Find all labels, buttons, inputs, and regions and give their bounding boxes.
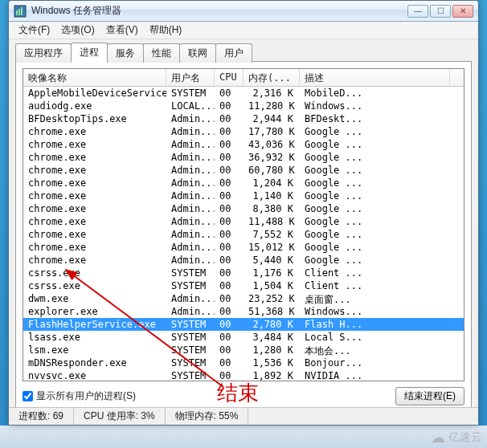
- process-memory: 1,536 K: [244, 356, 300, 369]
- col-description[interactable]: 描述: [300, 69, 450, 86]
- table-row[interactable]: nvvsvc.exeSYSTEM001,892 KNVIDIA ...: [23, 369, 464, 381]
- window-title: Windows 任务管理器: [31, 4, 407, 18]
- col-cpu[interactable]: CPU: [215, 69, 244, 86]
- process-memory: 36,932 K: [244, 151, 300, 164]
- process-name: lsm.exe: [23, 344, 166, 356]
- process-memory: 60,780 K: [244, 164, 300, 177]
- process-description: Google ...: [300, 138, 464, 151]
- process-user: Admin...: [166, 138, 215, 151]
- table-row[interactable]: chrome.exeAdmin...001,204 KGoogle ...: [23, 177, 464, 189]
- show-all-users-checkbox[interactable]: 显示所有用户的进程(S): [23, 389, 136, 403]
- process-user: Admin...: [166, 112, 215, 125]
- table-row[interactable]: dwm.exeAdmin...0023,252 K桌面窗...: [23, 292, 464, 305]
- process-name: chrome.exe: [23, 202, 166, 215]
- show-all-users-label: 显示所有用户的进程(S): [36, 389, 136, 403]
- table-row[interactable]: AppleMobileDeviceService.exeSYSTEM002,31…: [23, 87, 464, 100]
- process-description: 桌面窗...: [300, 292, 464, 305]
- table-row[interactable]: chrome.exeAdmin...0043,036 KGoogle ...: [23, 138, 464, 151]
- menu-file[interactable]: 文件(F): [14, 22, 55, 39]
- process-name: BFDesktopTips.exe: [23, 112, 166, 125]
- process-description: Google ...: [300, 202, 464, 215]
- process-memory: 1,204 K: [244, 177, 300, 189]
- table-row[interactable]: lsass.exeSYSTEM003,484 KLocal S...: [23, 331, 464, 344]
- process-description: Client ...: [300, 279, 464, 292]
- process-description: Google ...: [300, 164, 464, 177]
- process-cpu: 00: [215, 100, 244, 112]
- table-row[interactable]: csrss.exeSYSTEM001,176 KClient ...: [23, 267, 464, 279]
- table-row[interactable]: chrome.exeAdmin...001,140 KGoogle ...: [23, 189, 464, 202]
- table-row[interactable]: BFDesktopTips.exeAdmin...002,944 KBFDesk…: [23, 112, 464, 125]
- col-memory[interactable]: 内存(...: [244, 69, 300, 86]
- process-user: Admin...: [166, 177, 215, 189]
- show-all-users-input[interactable]: [23, 391, 33, 401]
- process-memory: 1,140 K: [244, 189, 300, 202]
- process-memory: 43,036 K: [244, 138, 300, 151]
- process-user: SYSTEM: [166, 318, 215, 331]
- task-manager-window: Windows 任务管理器 — ☐ ✕ 文件(F) 选项(O) 查看(V) 帮助…: [8, 0, 479, 426]
- process-name: audiodg.exe: [23, 100, 166, 112]
- tab-networking[interactable]: 联网: [179, 43, 216, 63]
- table-row[interactable]: csrss.exeSYSTEM001,504 KClient ...: [23, 279, 464, 292]
- process-cpu: 00: [215, 164, 244, 177]
- process-name: chrome.exe: [23, 254, 166, 267]
- table-row[interactable]: chrome.exeAdmin...005,440 KGoogle ...: [23, 254, 464, 267]
- table-row[interactable]: mDNSResponder.exeSYSTEM001,536 KBonjour.…: [23, 356, 464, 369]
- tab-applications[interactable]: 应用程序: [15, 43, 72, 63]
- maximize-button[interactable]: ☐: [430, 5, 451, 18]
- tab-performance[interactable]: 性能: [143, 43, 180, 63]
- process-cpu: 00: [215, 331, 244, 344]
- process-cpu: 00: [215, 202, 244, 215]
- process-memory: 23,252 K: [244, 292, 300, 305]
- table-row[interactable]: audiodg.exeLOCAL...0011,280 KWindows...: [23, 100, 464, 112]
- process-name: chrome.exe: [23, 138, 166, 151]
- process-description: Google ...: [300, 151, 464, 164]
- tab-processes[interactable]: 进程: [71, 43, 108, 62]
- process-user: SYSTEM: [166, 369, 215, 381]
- process-memory: 1,504 K: [244, 279, 300, 292]
- table-row[interactable]: chrome.exeAdmin...008,380 KGoogle ...: [23, 202, 464, 215]
- process-memory: 3,484 K: [244, 331, 300, 344]
- menu-view[interactable]: 查看(V): [101, 22, 143, 39]
- end-process-button[interactable]: 结束进程(E): [395, 387, 464, 405]
- tab-services[interactable]: 服务: [107, 43, 144, 63]
- process-user: Admin...: [166, 228, 215, 241]
- process-user: SYSTEM: [166, 356, 215, 369]
- menu-help[interactable]: 帮助(H): [145, 22, 187, 39]
- process-cpu: 00: [215, 177, 244, 189]
- table-row[interactable]: chrome.exeAdmin...007,552 KGoogle ...: [23, 228, 464, 241]
- process-cpu: 00: [215, 254, 244, 267]
- titlebar[interactable]: Windows 任务管理器 — ☐ ✕: [9, 1, 478, 22]
- close-button[interactable]: ✕: [452, 5, 473, 18]
- process-memory: 15,012 K: [244, 241, 300, 254]
- process-cpu: 00: [215, 228, 244, 241]
- menu-options[interactable]: 选项(O): [56, 22, 99, 39]
- process-list: 映像名称 用户名 CPU 内存(... 描述 AppleMobileDevice…: [23, 68, 464, 381]
- minimize-button[interactable]: —: [407, 5, 428, 18]
- col-user[interactable]: 用户名: [166, 69, 215, 86]
- table-row[interactable]: explorer.exeAdmin...0051,368 KWindows...: [23, 305, 464, 318]
- process-description: 本地会...: [300, 344, 464, 356]
- process-name: chrome.exe: [23, 215, 166, 228]
- process-user: Admin...: [166, 125, 215, 138]
- process-rows[interactable]: AppleMobileDeviceService.exeSYSTEM002,31…: [23, 87, 464, 381]
- process-name: FlashHelperService.exe: [23, 318, 166, 331]
- table-row[interactable]: lsm.exeSYSTEM001,280 K本地会...: [23, 344, 464, 356]
- process-name: csrss.exe: [23, 267, 166, 279]
- process-cpu: 00: [215, 279, 244, 292]
- table-row[interactable]: chrome.exeAdmin...0015,012 KGoogle ...: [23, 241, 464, 254]
- process-cpu: 00: [215, 267, 244, 279]
- process-name: chrome.exe: [23, 164, 166, 177]
- process-memory: 1,176 K: [244, 267, 300, 279]
- process-cpu: 00: [215, 318, 244, 331]
- process-memory: 11,488 K: [244, 215, 300, 228]
- tab-users[interactable]: 用户: [215, 43, 252, 63]
- table-row[interactable]: FlashHelperService.exeSYSTEM002,780 KFla…: [23, 318, 464, 331]
- col-image-name[interactable]: 映像名称: [23, 69, 166, 86]
- table-row[interactable]: chrome.exeAdmin...0036,932 KGoogle ...: [23, 151, 464, 164]
- process-description: Client ...: [300, 267, 464, 279]
- process-cpu: 00: [215, 215, 244, 228]
- table-row[interactable]: chrome.exeAdmin...0017,780 KGoogle ...: [23, 125, 464, 138]
- table-row[interactable]: chrome.exeAdmin...0011,488 KGoogle ...: [23, 215, 464, 228]
- process-memory: 2,316 K: [244, 87, 300, 100]
- table-row[interactable]: chrome.exeAdmin...0060,780 KGoogle ...: [23, 164, 464, 177]
